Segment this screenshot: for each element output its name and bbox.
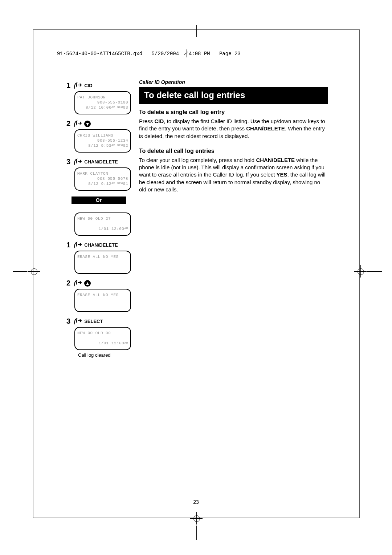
lcd-line: ERASE ALL NO YES xyxy=(77,255,128,260)
crop-mark-bottom xyxy=(190,512,203,524)
crop-mark-right xyxy=(354,265,367,278)
lcd-line: 1/01 12:00AM xyxy=(77,341,128,346)
lcd-line: 908-555-5678 xyxy=(77,177,128,182)
step-number: 1 xyxy=(66,81,70,90)
print-page: Page 23 xyxy=(219,51,241,57)
press-icon xyxy=(73,280,82,287)
body-paragraph: To clear your call log completely, press… xyxy=(139,157,328,193)
lcd-line: NEW 00 OLD 00 xyxy=(77,331,128,336)
lcd-line: 8/12 9:12AM NEW01 xyxy=(77,182,128,187)
lcd-screen: MARK CLAYTON 908-555-5678 8/12 9:12AM NE… xyxy=(74,167,131,191)
step-label: CHAN/DELETE xyxy=(84,242,118,248)
step-a2: 2 ▼ xyxy=(66,119,132,128)
body-paragraph: Press CID, to display the first Caller I… xyxy=(139,118,328,140)
page-number: 23 xyxy=(0,499,392,505)
step-number: 3 xyxy=(66,317,70,325)
crop-line xyxy=(13,271,27,272)
crop-line xyxy=(196,526,197,540)
up-arrow-icon: ▲ xyxy=(84,280,91,287)
print-time: 4:08 PM xyxy=(189,51,210,57)
lcd-line: NEW 00 OLD 27 xyxy=(77,216,128,222)
step-b1: 1 CHAN/DELETE xyxy=(66,241,132,249)
print-header: 91-5624-40-00-ATT1465CIB.qxd 5/20/2004 4… xyxy=(57,51,241,57)
fold-mark-icon xyxy=(185,51,189,56)
step-number: 2 xyxy=(66,119,70,128)
lcd-screen: NEW 00 OLD 00 1/01 12:00AM xyxy=(74,327,131,350)
lcd-line: 8/12 9:53AM NEW02 xyxy=(77,143,128,149)
lcd-line: ERASE ALL NO YES xyxy=(77,293,128,298)
lcd-screen: PAT JOHNSON 908-555-0100 8/12 10:06AM NE… xyxy=(74,91,131,114)
lcd-screen: ERASE ALL NO YES xyxy=(74,289,131,312)
lcd-line: 8/12 10:06AM NEW03 xyxy=(77,105,128,110)
step-a1: 1 CID xyxy=(66,81,132,90)
step-label: CID xyxy=(84,83,92,88)
lcd-line: 1/01 12:00AM xyxy=(77,227,128,232)
subheading: To delete all call log entries xyxy=(139,148,328,154)
or-divider: Or xyxy=(72,197,126,204)
crop-mark-top xyxy=(190,25,203,37)
press-icon xyxy=(73,158,82,166)
step-a3: 3 CHAN/DELETE xyxy=(66,158,132,166)
step-number: 2 xyxy=(66,279,70,287)
step-b2: 2 ▲ xyxy=(66,279,132,287)
section-label: Caller ID Operation xyxy=(139,79,328,85)
caption: Call log cleared xyxy=(78,352,132,358)
lcd-line: PAT JOHNSON xyxy=(77,95,128,100)
lcd-line: 908-555-0100 xyxy=(77,100,128,105)
down-arrow-icon: ▼ xyxy=(84,121,91,127)
step-number: 1 xyxy=(66,241,70,249)
crop-line xyxy=(367,271,382,272)
step-label: CHAN/DELETE xyxy=(84,159,118,165)
step-number: 3 xyxy=(66,158,70,166)
crop-mark-left xyxy=(28,265,40,278)
press-icon xyxy=(73,82,82,89)
lcd-screen: ERASE ALL NO YES xyxy=(74,251,131,274)
step-label: SELECT xyxy=(84,319,103,324)
lcd-line: CHRIS WILLIAMS xyxy=(77,133,128,138)
print-date: 5/20/2004 xyxy=(151,51,179,57)
lcd-line: MARK CLAYTON xyxy=(77,171,128,177)
lcd-screen: NEW 00 OLD 27 1/01 12:00AM xyxy=(74,212,131,236)
page-title: To delete call log entries xyxy=(139,87,328,104)
print-file: 91-5624-40-00-ATT1465CIB.qxd xyxy=(57,51,142,57)
press-icon xyxy=(73,120,82,127)
subheading: To delete a single call log entry xyxy=(139,109,328,116)
lcd-screen: CHRIS WILLIAMS 908-555-1234 8/12 9:53AM … xyxy=(74,129,131,153)
lcd-line: 908-555-1234 xyxy=(77,138,128,143)
step-b3: 3 SELECT xyxy=(66,317,132,325)
press-icon xyxy=(73,242,82,249)
press-icon xyxy=(73,318,82,325)
